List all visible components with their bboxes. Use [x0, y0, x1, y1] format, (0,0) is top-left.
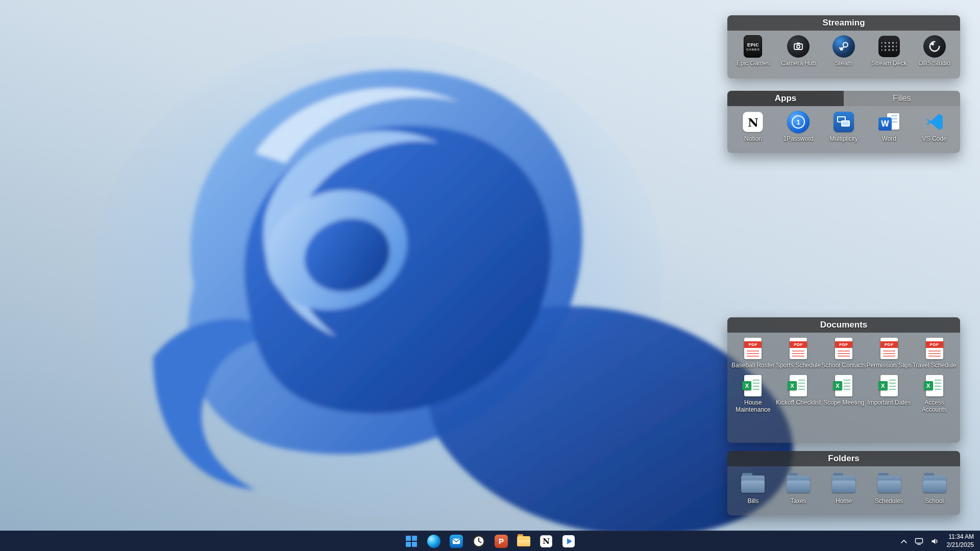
volume-icon[interactable]	[929, 534, 940, 548]
shortcut-vscode[interactable]: VS Code	[912, 110, 957, 142]
shortcut-sports-schedule[interactable]: PDF Sports Schedule	[776, 337, 821, 369]
shortcut-notion[interactable]: N Notion	[730, 110, 776, 142]
media-player-icon	[562, 535, 575, 547]
shortcut-kickoff-checklist[interactable]: X Kickoff Checklist	[776, 374, 821, 413]
powerpoint-icon: P	[495, 535, 508, 548]
shortcut-label: Steam	[821, 60, 867, 67]
shortcut-folder-schedules[interactable]: Schedules	[866, 472, 912, 505]
shortcut-school-contacts[interactable]: PDF School Contacts	[821, 337, 867, 369]
tab-apps[interactable]: Apps	[727, 91, 844, 106]
shortcut-label: 1Password	[776, 135, 821, 142]
tab-files[interactable]: Files	[844, 91, 960, 106]
taskbar-edge-button[interactable]	[425, 533, 443, 550]
vscode-icon	[924, 112, 945, 132]
taskbar-clock[interactable]: 11:34 AM 2/21/2025	[945, 533, 976, 549]
shortcut-scope-meeting[interactable]: X Scope Meeting	[821, 374, 867, 413]
shortcut-label: Important Dates	[866, 399, 912, 406]
notion-icon: N	[540, 535, 552, 547]
hidden-icons-chevron[interactable]	[899, 534, 909, 548]
shortcut-folder-taxes[interactable]: Taxes	[776, 472, 821, 505]
shortcut-label: Taxes	[776, 497, 821, 505]
shortcut-stream-deck[interactable]: Stream Deck	[866, 35, 912, 67]
shortcut-label: Sports Schedule	[776, 362, 821, 369]
folders-panel: Folders Bills Taxes Home Schedules Schoo…	[727, 451, 960, 515]
apps-files-panel: Apps Files N Notion 1 1Password Multipli…	[727, 91, 960, 153]
shortcut-label: Multiplicity	[821, 135, 867, 142]
streaming-panel-title[interactable]: Streaming	[727, 15, 960, 31]
taskbar-notion-button[interactable]: N	[537, 533, 555, 550]
shortcut-permission-slips[interactable]: PDF Permission Slips	[866, 337, 912, 369]
shortcut-folder-home[interactable]: Home	[821, 472, 867, 505]
pdf-file-icon: PDF	[835, 338, 852, 359]
shortcut-word[interactable]: W Word	[866, 110, 912, 142]
folder-icon	[832, 475, 855, 493]
shortcut-label: Notion	[730, 135, 776, 142]
notion-icon: N	[743, 112, 763, 132]
streaming-panel: Streaming EPICGAMES Epic Games Camera Hu…	[727, 15, 960, 79]
tray-date: 2/21/2025	[947, 541, 974, 549]
desktop[interactable]: Streaming EPICGAMES Epic Games Camera Hu…	[0, 0, 980, 551]
taskbar-clock-app-button[interactable]	[470, 533, 487, 550]
documents-panel: Documents PDF Baseball Roster PDF Sports…	[727, 317, 960, 443]
pdf-file-icon: PDF	[744, 338, 762, 359]
pdf-file-icon: PDF	[880, 338, 898, 359]
documents-panel-title[interactable]: Documents	[727, 317, 960, 333]
shortcut-label: Baseball Roster	[730, 362, 776, 369]
file-explorer-icon	[517, 536, 530, 546]
shortcut-house-maintenance[interactable]: X House Maintenance	[730, 374, 776, 413]
display-icon[interactable]	[914, 534, 924, 548]
taskbar-outlook-button[interactable]	[448, 533, 465, 550]
shortcut-access-accounts[interactable]: X Access Accounts	[912, 374, 957, 413]
folder-icon	[741, 475, 765, 493]
shortcut-obs-studio[interactable]: OBS Studio	[912, 35, 957, 67]
shortcut-label: Scope Meeting	[821, 399, 867, 406]
shortcut-label: House Maintenance	[730, 399, 776, 413]
steam-icon	[832, 35, 855, 58]
pdf-file-icon: PDF	[926, 338, 943, 359]
shortcut-label: Travel Schedule	[912, 362, 957, 369]
shortcut-label: Access Accounts	[912, 399, 957, 413]
shortcut-label: Epic Games	[730, 60, 776, 67]
word-icon: W	[878, 112, 900, 132]
multiplicity-icon	[834, 112, 854, 132]
shortcut-travel-schedule[interactable]: PDF Travel Schedule	[912, 337, 957, 369]
shortcut-epic-games[interactable]: EPICGAMES Epic Games	[730, 35, 776, 67]
shortcut-label: Schedules	[866, 497, 912, 505]
shortcut-important-dates[interactable]: X Important Dates	[866, 374, 912, 413]
shortcut-1password[interactable]: 1 1Password	[776, 110, 821, 142]
shortcut-folder-school[interactable]: School	[912, 472, 957, 505]
windows-start-icon	[406, 536, 417, 547]
shortcut-steam[interactable]: Steam	[821, 35, 867, 67]
outlook-icon	[450, 535, 463, 548]
shortcut-label: Home	[821, 497, 867, 505]
shortcut-multiplicity[interactable]: Multiplicity	[821, 110, 867, 142]
shortcut-label: Permission Slips	[866, 362, 912, 369]
edge-icon	[427, 535, 440, 548]
camera-hub-icon	[787, 35, 810, 58]
shortcut-label: Kickoff Checklist	[776, 399, 821, 406]
shortcut-label: VS Code	[912, 135, 957, 142]
pdf-file-icon: PDF	[790, 338, 807, 359]
1password-icon: 1	[787, 111, 810, 133]
shortcut-camera-hub[interactable]: Camera Hub	[776, 35, 821, 67]
epic-games-icon: EPICGAMES	[744, 35, 762, 58]
shortcut-baseball-roster[interactable]: PDF Baseball Roster	[730, 337, 776, 369]
taskbar-file-explorer-button[interactable]	[515, 533, 532, 550]
taskbar-powerpoint-button[interactable]: P	[493, 533, 510, 550]
taskbar: P N 11:34 AM 2/21/2025	[0, 531, 980, 551]
excel-file-icon: X	[744, 375, 762, 396]
folders-panel-title[interactable]: Folders	[727, 451, 960, 466]
excel-file-icon: X	[790, 375, 807, 396]
folder-icon	[877, 475, 901, 493]
excel-file-icon: X	[926, 375, 943, 396]
shortcut-folder-bills[interactable]: Bills	[730, 472, 776, 505]
shortcut-label: School	[912, 497, 957, 505]
folder-icon	[923, 475, 946, 493]
stream-deck-icon	[878, 36, 900, 57]
taskbar-media-player-button[interactable]	[560, 533, 577, 550]
start-button[interactable]	[403, 533, 420, 550]
shortcut-label: Stream Deck	[866, 60, 912, 67]
tray-time: 11:34 AM	[947, 533, 974, 541]
shortcut-label: Word	[866, 135, 912, 142]
excel-file-icon: X	[880, 375, 898, 396]
